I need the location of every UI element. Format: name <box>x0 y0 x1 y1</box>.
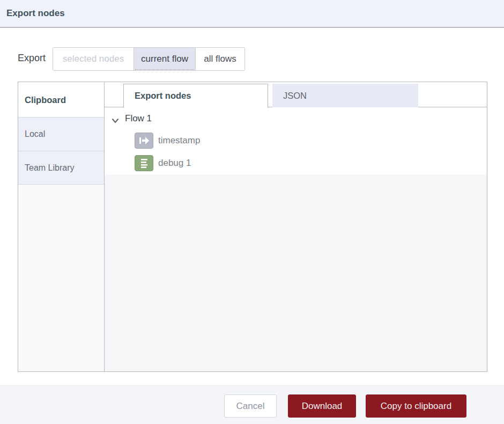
library-sidebar: Clipboard Local Team Library <box>18 82 105 371</box>
tree-row-inject-node[interactable]: timestamp <box>105 129 487 152</box>
dialog-title: Export nodes <box>6 8 65 19</box>
export-scope-label: Export <box>18 53 46 64</box>
tab-bar: Export nodes JSON <box>105 82 487 107</box>
inject-arrow-icon <box>135 133 153 149</box>
segment-all-flows[interactable]: all flows <box>195 48 244 70</box>
export-panel: Clipboard Local Team Library Export node… <box>18 82 487 372</box>
tree-row-flow[interactable]: Flow 1 <box>105 107 487 129</box>
chevron-down-icon[interactable] <box>112 116 119 121</box>
dialog-footer: Cancel Download Copy to clipboard <box>0 385 504 424</box>
node-label: timestamp <box>158 135 200 146</box>
node-tree-rows: Flow 1 timestamp <box>105 107 487 174</box>
tree-row-debug-node[interactable]: debug 1 <box>105 152 487 174</box>
tab-json[interactable]: JSON <box>272 84 418 107</box>
copy-to-clipboard-button[interactable]: Copy to clipboard <box>366 394 466 418</box>
segment-current-flow[interactable]: current flow <box>134 48 195 70</box>
download-button[interactable]: Download <box>288 394 356 418</box>
library-header: Clipboard <box>18 82 104 117</box>
cancel-button[interactable]: Cancel <box>224 394 277 418</box>
node-label: debug 1 <box>158 158 191 169</box>
sidebar-item-local[interactable]: Local <box>18 117 104 151</box>
node-tree: Flow 1 timestamp <box>105 107 487 371</box>
panel-content: Export nodes JSON Flow 1 <box>105 82 487 371</box>
export-scope-group: selected nodes current flow all flows <box>53 47 245 71</box>
flow-label: Flow 1 <box>125 113 152 124</box>
dialog-header: Export nodes <box>0 0 504 28</box>
debug-lines-icon <box>135 155 153 171</box>
sidebar-item-team-library[interactable]: Team Library <box>18 151 104 185</box>
segment-selected-nodes[interactable]: selected nodes <box>53 48 134 70</box>
tab-export-nodes[interactable]: Export nodes <box>123 84 268 108</box>
